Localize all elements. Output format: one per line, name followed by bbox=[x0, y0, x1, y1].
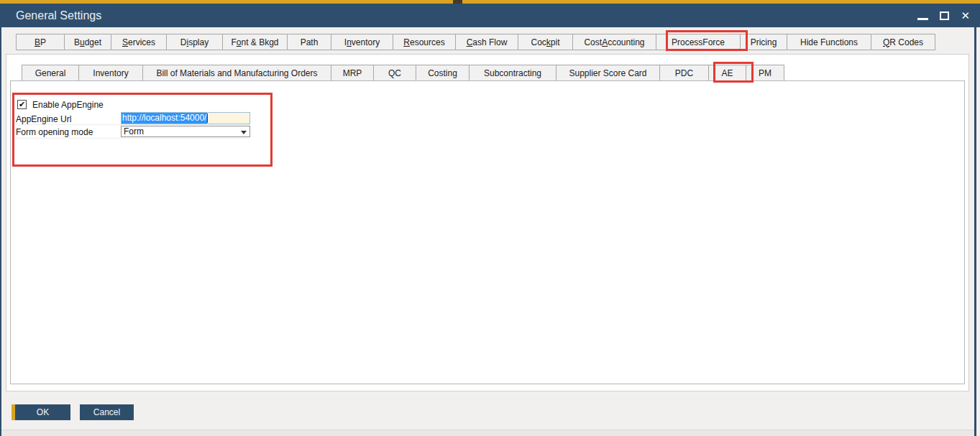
tab-cockpit[interactable]: Cockpit bbox=[518, 34, 573, 50]
tab2-inventory[interactable]: Inventory bbox=[78, 65, 143, 81]
tab2-general[interactable]: General bbox=[22, 65, 79, 81]
general-settings-window: General Settings ✕ BP Budget Services Di… bbox=[0, 0, 980, 436]
tab-services[interactable]: Services bbox=[111, 34, 167, 50]
ok-button[interactable]: OK bbox=[12, 404, 70, 420]
tab-qr-codes[interactable]: QR Codes bbox=[871, 34, 935, 50]
tab-font-bkgd[interactable]: Font & Bkgd bbox=[222, 34, 288, 50]
tab2-subcontracting[interactable]: Subcontracting bbox=[469, 65, 557, 81]
annotation-form-group bbox=[12, 93, 273, 167]
tab-path[interactable]: Path bbox=[287, 34, 331, 50]
tab-display[interactable]: Display bbox=[166, 34, 223, 50]
window-controls: ✕ bbox=[917, 4, 970, 27]
tab-cost-accounting[interactable]: Cost Accounting bbox=[572, 34, 656, 50]
tab2-qc[interactable]: QC bbox=[373, 65, 416, 81]
tab-resources[interactable]: Resources bbox=[393, 34, 456, 50]
window-border-left bbox=[0, 27, 1, 436]
window-border-right bbox=[974, 27, 976, 436]
tab-hide-functions[interactable]: Hide Functions bbox=[787, 34, 871, 50]
maximize-icon[interactable] bbox=[940, 11, 949, 20]
minimize-icon[interactable] bbox=[917, 18, 928, 20]
title-bar: General Settings ✕ bbox=[0, 4, 980, 27]
window-bottom-strip bbox=[1, 430, 974, 436]
tab-bp[interactable]: BP bbox=[16, 34, 65, 50]
tab2-pdc[interactable]: PDC bbox=[659, 65, 709, 81]
tab2-bom[interactable]: Bill of Materials and Manufacturing Orde… bbox=[142, 65, 331, 81]
close-icon[interactable]: ✕ bbox=[961, 10, 970, 21]
annotation-ae-tab bbox=[713, 62, 754, 83]
main-tab-row: BP Budget Services Display Font & Bkgd P… bbox=[16, 34, 935, 50]
cancel-button[interactable]: Cancel bbox=[80, 404, 134, 420]
tab-budget[interactable]: Budget bbox=[64, 34, 111, 50]
window-title: General Settings bbox=[16, 4, 101, 27]
tab-inventory[interactable]: Inventory bbox=[331, 34, 393, 50]
tab2-mrp[interactable]: MRP bbox=[331, 65, 374, 81]
processforce-tab-row: General Inventory Bill of Materials and … bbox=[22, 65, 784, 81]
tab2-supplier-score-card[interactable]: Supplier Score Card bbox=[556, 65, 660, 81]
tab-cash-flow[interactable]: Cash Flow bbox=[455, 34, 518, 50]
annotation-processforce-tab bbox=[666, 30, 748, 51]
tab2-costing[interactable]: Costing bbox=[416, 65, 470, 81]
